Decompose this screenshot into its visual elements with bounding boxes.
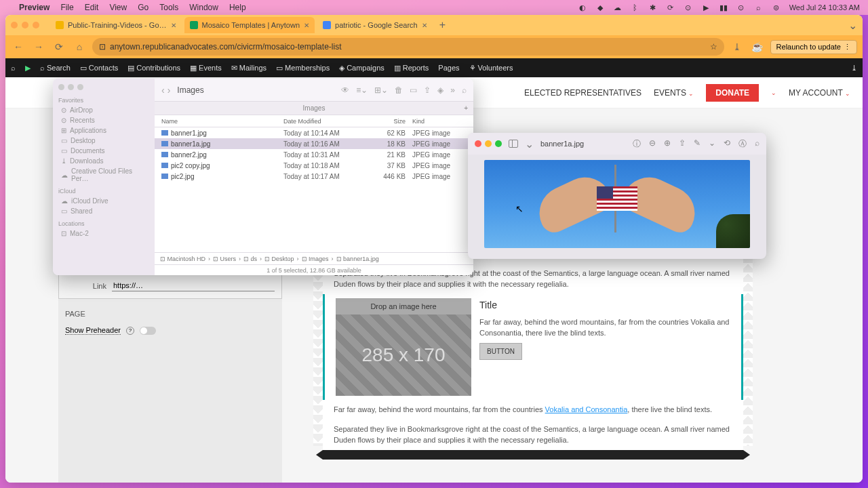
star-icon[interactable]: ☆ — [710, 42, 717, 52]
file-row[interactable]: pic2 copy.jpgToday at 10:18 AM37 KBJPEG … — [155, 160, 473, 171]
nav-pages[interactable]: Pages — [438, 64, 459, 72]
nav-campaigns[interactable]: ◈ Campaigns — [339, 64, 384, 73]
share-icon[interactable]: ⇪ — [424, 85, 431, 95]
menu-view[interactable]: View — [109, 3, 127, 12]
close-icon[interactable]: ✕ — [171, 22, 176, 29]
nav-contacts[interactable]: ▭ Contacts — [80, 64, 118, 73]
menu-window[interactable]: Window — [189, 3, 218, 12]
new-tab-button[interactable]: + — [435, 19, 450, 31]
search-icon[interactable]: ⌕ — [462, 85, 467, 95]
text-block[interactable]: Separated they live in Bookmarksgrove ri… — [323, 420, 743, 450]
menu-edit[interactable]: Edit — [85, 3, 99, 12]
site-info-icon[interactable]: ⊡ — [99, 42, 106, 52]
menubar-app[interactable]: Preview — [19, 3, 50, 12]
status-icon[interactable]: ⟳ — [666, 3, 675, 12]
sidebar-item[interactable]: ⊙ Recents — [58, 115, 149, 125]
back-button[interactable]: ‹ — [161, 85, 165, 96]
block-title[interactable]: Title — [479, 298, 730, 312]
sidebar-item[interactable]: ⊞ Applications — [58, 125, 149, 136]
sidebar-icon[interactable] — [509, 140, 518, 148]
nav-search[interactable]: ⌕ Search — [40, 64, 71, 72]
menu-go[interactable]: Go — [138, 3, 149, 12]
traffic-close[interactable] — [58, 84, 64, 90]
file-row[interactable]: pic2.jpgToday at 10:17 AM446 KBJPEG imag… — [155, 171, 473, 182]
close-icon[interactable]: ✕ — [304, 22, 309, 29]
chevron-down-icon[interactable]: ⌄ — [848, 19, 857, 32]
status-icon[interactable]: ✱ — [648, 3, 658, 12]
close-icon[interactable]: ✕ — [422, 22, 427, 29]
relaunch-button[interactable]: Relaunch to update⋮ — [770, 40, 857, 54]
email-button[interactable]: BUTTON — [479, 343, 522, 360]
chevron-down-icon[interactable]: ⌄ — [709, 138, 715, 150]
traffic-min[interactable] — [68, 84, 74, 90]
browser-tab[interactable]: patriotic - Google Search✕ — [317, 17, 433, 33]
status-icon[interactable]: ☁ — [613, 3, 623, 12]
profile-icon[interactable]: ☕ — [750, 39, 765, 54]
sidebar-item[interactable]: ☁ Creative Cloud Files Per… — [58, 166, 149, 184]
status-icon[interactable]: ▶ — [701, 3, 711, 12]
menubar-clock[interactable]: Wed Jul 24 10:33 AM — [789, 3, 860, 12]
forward-button[interactable]: → — [31, 39, 46, 54]
markup-icon[interactable]: Ⓐ — [738, 138, 747, 150]
search-icon[interactable]: ⌕ — [11, 64, 16, 72]
sidebar-item[interactable]: ▭ Documents — [58, 146, 149, 156]
sidebar-item[interactable]: ⊡ Mac-2 — [58, 228, 149, 239]
nav-contributions[interactable]: ▤ Contributions — [127, 64, 180, 73]
list-icon[interactable]: ≡⌄ — [356, 85, 368, 95]
traffic-max[interactable] — [33, 22, 39, 28]
trash-icon[interactable]: 🗑 — [395, 85, 403, 95]
file-row[interactable]: banner2.jpgToday at 10:31 AM21 KBJPEG im… — [155, 149, 473, 160]
donate-button[interactable]: DONATE — [706, 84, 759, 102]
column-headers[interactable]: Name Date Modified Size Kind — [155, 115, 473, 127]
info-icon[interactable]: ⓘ — [633, 138, 641, 150]
play-icon[interactable]: ▶ — [25, 64, 31, 73]
menu-help[interactable]: Help — [229, 3, 246, 12]
nav-events[interactable]: EVENTS ⌄ — [654, 88, 694, 98]
chevron-down-icon[interactable]: ⌄ — [771, 89, 776, 96]
block-text[interactable]: Far far away, behind the word mountains,… — [479, 317, 730, 339]
path-bar[interactable]: ⊡ Macintosh HD › ⊡ Users › ⊡ ds › ⊡ Desk… — [155, 252, 473, 264]
wifi-icon[interactable]: ⊙ — [736, 3, 746, 12]
new-tab-icon[interactable]: + — [464, 104, 468, 112]
sidebar-item[interactable]: ⤓ Downloads — [58, 156, 149, 166]
status-icon[interactable]: ◆ — [595, 3, 605, 12]
zoom-in-icon[interactable]: ⊕ — [664, 138, 671, 150]
sidebar-item[interactable]: ▭ Shared — [58, 206, 149, 216]
search-icon[interactable]: ⌕ — [755, 138, 760, 150]
menu-file[interactable]: File — [60, 3, 73, 12]
menu-tools[interactable]: Tools — [159, 3, 178, 12]
file-row[interactable]: banner1.jpgToday at 10:14 AM62 KBJPEG im… — [155, 127, 473, 138]
rotate-icon[interactable]: ⟲ — [724, 138, 730, 150]
reload-button[interactable]: ⟳ — [52, 39, 66, 54]
nav-reps[interactable]: ELECTED REPRESENTATIVES — [524, 88, 642, 98]
traffic-min[interactable] — [485, 140, 492, 147]
zoom-out-icon[interactable]: ⊖ — [649, 138, 656, 150]
control-center-icon[interactable]: ⊜ — [772, 3, 781, 12]
edit-icon[interactable]: ✎ — [694, 138, 701, 150]
image-dropzone[interactable]: 285 x 170 — [336, 314, 471, 396]
traffic-close[interactable] — [475, 140, 481, 147]
finder-tab[interactable]: Images — [303, 104, 326, 112]
back-button[interactable]: ← — [11, 39, 26, 54]
traffic-max[interactable] — [77, 84, 83, 90]
traffic-min[interactable] — [22, 22, 28, 28]
nav-volunteers[interactable]: ⚘ Volunteers — [469, 64, 513, 73]
nav-mailings[interactable]: ✉ Mailings — [231, 64, 267, 73]
tag-icon[interactable]: ◈ — [437, 85, 443, 95]
more-icon[interactable]: » — [450, 85, 455, 95]
forward-button[interactable]: › — [167, 85, 171, 96]
sidebar-item[interactable]: ▭ Desktop — [58, 136, 149, 146]
view-icon[interactable]: 👁 — [341, 85, 349, 95]
battery-icon[interactable]: ▮▮ — [719, 3, 728, 12]
grid-icon[interactable]: ⊞⌄ — [374, 85, 388, 95]
file-row[interactable]: banner1a.jpgToday at 10:16 AM18 KBJPEG i… — [155, 138, 473, 149]
home-button[interactable]: ⌂ — [72, 39, 87, 54]
sidebar-item[interactable]: ☁ iCloud Drive — [58, 196, 149, 206]
image-text-block[interactable]: Drop an image here 285 x 170 Title Far f… — [323, 294, 743, 401]
traffic-max[interactable] — [495, 140, 502, 147]
sidebar-item[interactable]: ⊙ AirDrop — [58, 105, 149, 115]
info-icon[interactable]: ? — [126, 327, 134, 335]
status-icon[interactable]: ⊙ — [684, 3, 693, 12]
download-icon[interactable]: ⤓ — [730, 39, 745, 54]
folder-icon[interactable]: ▭ — [410, 85, 417, 95]
